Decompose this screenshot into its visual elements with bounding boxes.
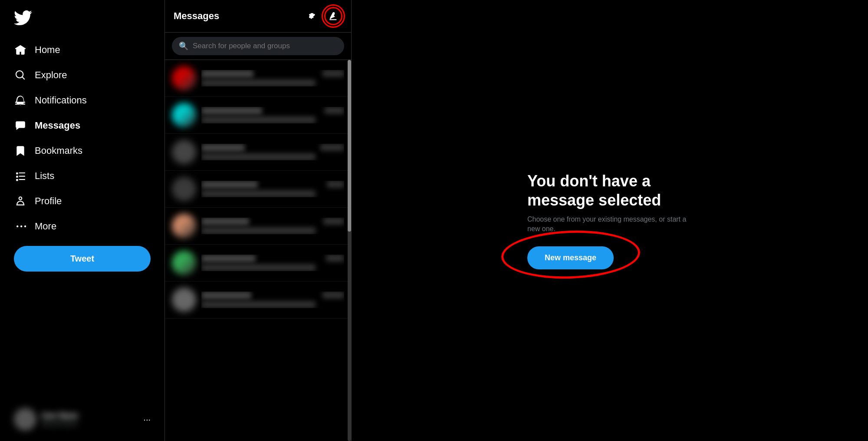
conversation-avatar-7 <box>172 288 196 312</box>
home-icon <box>14 43 27 56</box>
conversation-time-3 <box>320 144 344 151</box>
tweet-button[interactable]: Tweet <box>14 246 151 272</box>
conversation-top-row-7 <box>201 292 344 299</box>
conversation-avatar-3 <box>172 140 196 164</box>
search-input[interactable] <box>193 42 337 50</box>
conversation-content-1 <box>201 70 344 86</box>
footer-more-icon: ··· <box>143 414 151 424</box>
nav-label-more: More <box>35 221 56 232</box>
conversation-top-row-5 <box>201 218 344 225</box>
nav-label-explore: Explore <box>35 70 67 81</box>
conversation-content-3 <box>201 144 344 160</box>
profile-icon <box>14 195 27 208</box>
conversation-top-row-6 <box>201 255 344 262</box>
messages-icon <box>14 119 27 132</box>
conversation-time-2 <box>325 107 344 114</box>
new-message-button[interactable]: New message <box>527 246 614 269</box>
gear-icon <box>307 11 316 21</box>
conversation-top-row-2 <box>201 107 344 115</box>
more-icon <box>14 220 27 233</box>
compose-message-button[interactable] <box>324 7 342 25</box>
sidebar: Home Explore Notifications Messages Book… <box>0 0 165 441</box>
conversation-avatar-4 <box>172 177 196 201</box>
conversation-name-1 <box>201 70 253 78</box>
nav-item-notifications[interactable]: Notifications <box>7 88 158 113</box>
conversation-name-4 <box>201 181 258 189</box>
nav-label-lists: Lists <box>35 170 54 182</box>
conversation-name-7 <box>201 292 251 299</box>
conversation-preview-3 <box>201 153 316 160</box>
nav-item-lists[interactable]: Lists <box>7 163 158 189</box>
nav-label-notifications: Notifications <box>35 95 87 106</box>
conversation-top-row-3 <box>201 144 344 152</box>
conversation-name-5 <box>201 218 249 225</box>
nav-item-bookmarks[interactable]: Bookmarks <box>7 138 158 163</box>
nav-item-explore[interactable]: Explore <box>7 63 158 88</box>
conversation-avatar-2 <box>172 103 196 127</box>
no-message-subtitle: Choose one from your existing messages, … <box>527 215 692 234</box>
conversation-content-4 <box>201 181 344 197</box>
explore-icon <box>14 69 27 82</box>
nav-label-bookmarks: Bookmarks <box>35 145 82 156</box>
notifications-icon <box>14 94 27 107</box>
messages-panel-title: Messages <box>174 10 219 22</box>
conversation-top-row-4 <box>201 181 344 189</box>
conversation-avatar-6 <box>172 251 196 275</box>
user-names: User Name @username <box>42 412 138 427</box>
conversation-item-4[interactable] <box>165 171 351 208</box>
conversation-item-1[interactable] <box>165 60 351 97</box>
conversation-top-row-1 <box>201 70 344 78</box>
messages-header: Messages <box>165 0 351 33</box>
conversation-preview-2 <box>201 116 316 123</box>
nav-item-profile[interactable]: Profile <box>7 189 158 214</box>
lists-icon <box>14 169 27 182</box>
search-bar: 🔍 <box>165 33 351 60</box>
conversation-time-5 <box>323 218 344 225</box>
search-wrapper: 🔍 <box>172 37 344 55</box>
conversation-time-4 <box>327 181 344 188</box>
conversation-item-3[interactable] <box>165 134 351 171</box>
conversation-avatar-1 <box>172 66 196 90</box>
conversation-preview-4 <box>201 190 316 197</box>
messages-panel: Messages 🔍 <box>165 0 352 441</box>
nav-label-profile: Profile <box>35 196 62 207</box>
settings-button[interactable] <box>302 7 321 25</box>
conversation-content-6 <box>201 255 344 271</box>
search-icon: 🔍 <box>179 41 188 51</box>
nav-label-home: Home <box>35 44 60 56</box>
conversation-preview-6 <box>201 264 316 271</box>
conversation-list <box>165 60 351 441</box>
nav-item-home[interactable]: Home <box>7 37 158 63</box>
conversation-name-3 <box>201 144 245 152</box>
conversation-content-2 <box>201 107 344 123</box>
compose-icon <box>329 11 338 21</box>
nav-item-messages[interactable]: Messages <box>7 113 158 138</box>
nav-item-more[interactable]: More <box>7 214 158 239</box>
conversation-time-6 <box>326 255 344 262</box>
twitter-logo[interactable] <box>7 3 158 34</box>
nav-label-messages: Messages <box>35 120 80 131</box>
main-content: You don't have amessage selected Choose … <box>352 0 868 441</box>
bookmarks-icon <box>14 144 27 157</box>
username: @username <box>42 420 138 427</box>
conversation-avatar-5 <box>172 214 196 238</box>
conversation-time-7 <box>322 292 344 298</box>
conversation-preview-7 <box>201 301 316 308</box>
conversation-item-2[interactable] <box>165 97 351 134</box>
no-message-title: You don't have amessage selected <box>527 172 661 209</box>
user-profile-footer[interactable]: User Name @username ··· <box>7 401 158 438</box>
conversation-item-6[interactable] <box>165 245 351 282</box>
conversation-content-7 <box>201 292 344 308</box>
conversation-content-5 <box>201 218 344 234</box>
header-icons <box>302 7 342 25</box>
no-message-selected: You don't have amessage selected Choose … <box>527 172 692 269</box>
conversation-preview-5 <box>201 227 316 234</box>
conversation-item-5[interactable] <box>165 208 351 245</box>
display-name: User Name <box>42 412 138 420</box>
conversation-name-6 <box>201 255 256 262</box>
conversation-item-7[interactable] <box>165 282 351 318</box>
conversation-name-2 <box>201 107 262 115</box>
conversation-preview-1 <box>201 80 316 86</box>
user-avatar <box>14 408 36 431</box>
conversation-time-1 <box>322 70 344 77</box>
